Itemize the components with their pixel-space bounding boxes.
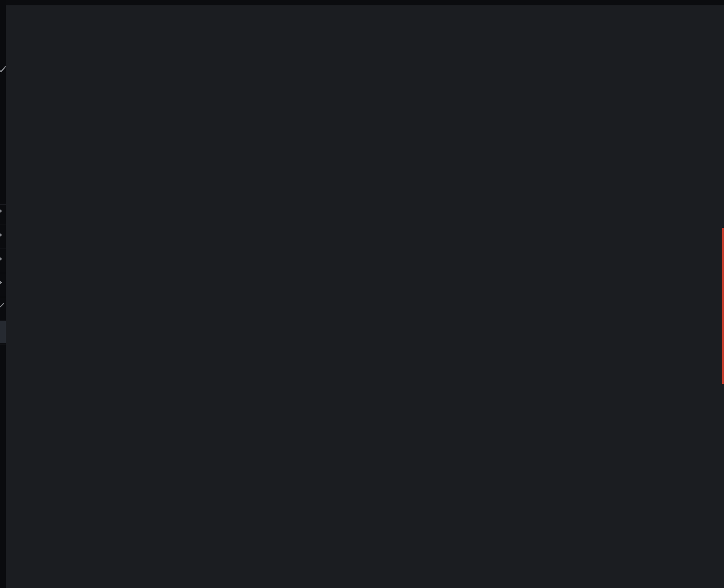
sidebar-active-item-sliver <box>0 321 6 343</box>
update-brand-modal <box>6 5 724 588</box>
chevron-right-icon <box>0 207 4 216</box>
divider <box>0 344 6 344</box>
background-top-strip <box>0 0 724 5</box>
update-brand-screen: Update Brand Other global settings Web C… <box>0 0 724 588</box>
divider <box>0 320 6 320</box>
divider <box>0 225 6 225</box>
check-icon <box>0 64 6 75</box>
divider <box>0 249 6 249</box>
divider <box>0 204 6 205</box>
chevron-right-icon <box>0 255 4 264</box>
chevron-right-icon <box>0 231 4 240</box>
divider <box>0 297 6 297</box>
background-sidebar-sliver <box>0 0 6 588</box>
right-edge-stripe <box>722 228 724 384</box>
divider <box>0 273 6 273</box>
pencil-icon <box>0 303 4 309</box>
chevron-right-icon <box>0 279 4 288</box>
